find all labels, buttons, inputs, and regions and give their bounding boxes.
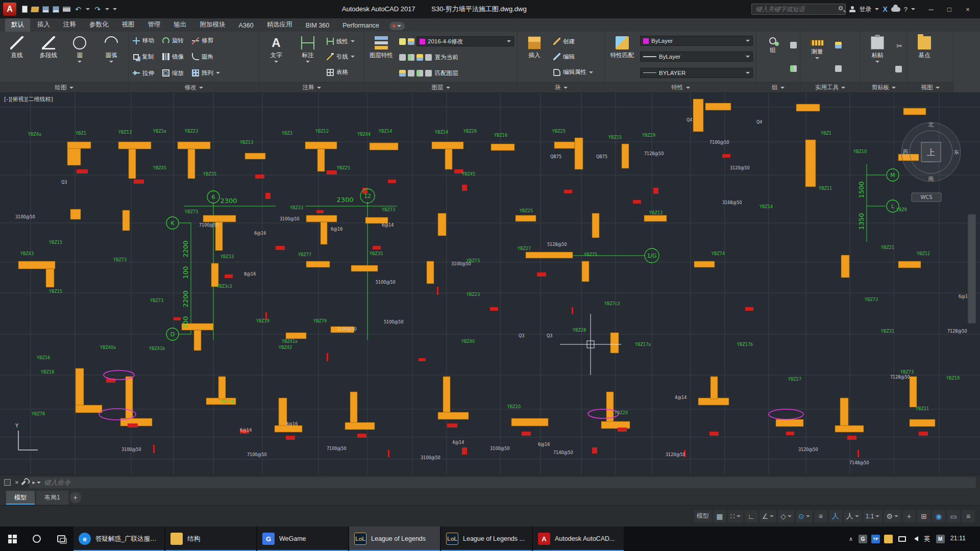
layer-on-icon[interactable] <box>399 38 406 45</box>
panel-group-footer[interactable]: 组 <box>756 82 800 92</box>
stretch-button[interactable]: 拉伸 <box>132 69 155 78</box>
cortana-search-button[interactable] <box>24 527 49 551</box>
ungroup-icon[interactable] <box>790 42 797 48</box>
ribbon-options-icon[interactable] <box>389 22 405 30</box>
annotation-visibility-icon[interactable]: 人 <box>829 510 842 522</box>
chevron-down-icon[interactable] <box>351 40 355 42</box>
panel-modify-footer[interactable]: 修改 <box>129 82 259 92</box>
help-icon[interactable]: ? <box>904 6 908 13</box>
polar-tracking-icon[interactable]: ∠ <box>760 510 777 522</box>
make-current-button[interactable]: 置为当前 <box>434 53 459 62</box>
mirror-button[interactable]: 镜像 <box>161 53 185 61</box>
paste-button[interactable]: 粘贴 <box>864 34 891 80</box>
fillet-button[interactable]: 圆角 <box>191 53 221 61</box>
quick-calc-icon[interactable] <box>835 65 842 72</box>
redo-icon[interactable]: ↷ <box>93 5 102 13</box>
network-icon[interactable] <box>898 536 906 542</box>
undo-flyout-icon[interactable] <box>86 8 90 10</box>
ribbon-tab-视图[interactable]: 视图 <box>116 18 141 32</box>
customize-icon[interactable] <box>21 479 27 485</box>
drawing-area[interactable]: YBZ4aYBZ1YBZ13YBZ3aYBZ23YBZ13YBZ3YBZ12YB… <box>0 93 980 474</box>
layer-lock-icon[interactable] <box>408 54 414 61</box>
layer-merge-icon[interactable] <box>399 70 406 77</box>
chevron-down-icon[interactable] <box>274 61 278 63</box>
a360-cloud-icon[interactable] <box>891 7 900 12</box>
ribbon-tab-BIM 360[interactable]: BIM 360 <box>300 20 336 32</box>
panel-draw-footer[interactable]: 绘图 <box>0 82 128 92</box>
polyline-button[interactable]: 多段线 <box>35 34 62 80</box>
viewport-controls[interactable]: [-][俯视][二维线框] <box>4 96 53 103</box>
chevron-down-icon[interactable] <box>78 61 82 63</box>
chevron-down-icon[interactable] <box>815 57 819 59</box>
ribbon-tab-精选应用[interactable]: 精选应用 <box>261 18 299 32</box>
edit-attributes-button[interactable]: 编辑属性 <box>552 68 594 77</box>
save-icon[interactable] <box>42 6 49 13</box>
taskbar-app-acad[interactable]: AAutodesk AutoCAD... <box>533 527 624 551</box>
ribbon-tab-默认[interactable]: 默认 <box>5 18 30 32</box>
scale-button[interactable]: 缩放 <box>161 69 185 78</box>
clock[interactable]: 21:11 <box>950 535 966 542</box>
command-input-field[interactable]: ▸ <box>29 477 976 488</box>
ribbon-tab-输出[interactable]: 输出 <box>168 18 193 32</box>
layer-walk-icon[interactable] <box>425 54 432 61</box>
taskbar-app-lol[interactable]: LoLLeague of Legends <box>349 527 440 551</box>
ribbon-tab-管理[interactable]: 管理 <box>142 18 167 32</box>
panel-view-footer[interactable]: 视图 <box>908 82 953 92</box>
start-button[interactable] <box>0 527 24 551</box>
move-button[interactable]: 移动 <box>132 36 155 45</box>
layout-tab-布局1[interactable]: 布局1 <box>36 491 68 505</box>
folder-tray-icon[interactable] <box>884 535 893 543</box>
gear-icon[interactable]: ⚙ <box>884 510 901 522</box>
layer-dropdown[interactable]: 2016-4-6修改 <box>416 36 514 46</box>
layer-state-icon[interactable] <box>425 70 432 77</box>
object-color-dropdown[interactable]: ByLayer <box>640 36 753 46</box>
ribbon-tab-插入[interactable]: 插入 <box>31 18 56 32</box>
dimension-button[interactable]: 标注 <box>294 34 322 80</box>
command-input[interactable] <box>44 479 972 486</box>
copy-button[interactable]: 复制 <box>132 53 155 61</box>
taskbar-app-lol[interactable]: LoLLeague of Legends ... <box>441 527 532 551</box>
chevron-down-icon[interactable] <box>216 72 220 74</box>
maximize-button[interactable]: □ <box>940 3 959 16</box>
panel-layers-footer[interactable]: 图层 <box>364 82 517 92</box>
taskbar-app-wegame[interactable]: GWeGame <box>257 527 348 551</box>
panel-annotate-footer[interactable]: 注释 <box>259 82 364 92</box>
match-layer-button[interactable]: 匹配图层 <box>434 69 459 78</box>
quick-select-icon[interactable] <box>835 42 842 48</box>
match-properties-button[interactable]: 特性匹配 <box>608 34 636 80</box>
open-file-icon[interactable] <box>31 7 39 12</box>
palette-strip[interactable] <box>968 214 976 323</box>
close-button[interactable]: × <box>959 3 977 16</box>
table-button[interactable]: 表格 <box>326 68 356 77</box>
line-button[interactable]: 直线 <box>3 34 31 80</box>
layer-previous-icon[interactable] <box>416 70 423 77</box>
plot-icon[interactable] <box>63 7 70 12</box>
layer-isolate-icon[interactable] <box>408 38 414 45</box>
minimize-button[interactable]: ─ <box>922 3 940 16</box>
annotation-scale-value[interactable]: 1:1 <box>863 510 883 522</box>
ime-mode-icon[interactable]: M <box>936 535 945 543</box>
command-window-icon[interactable] <box>4 479 11 486</box>
lineweight-dropdown[interactable]: ByLayer <box>640 52 753 62</box>
insert-block-button[interactable]: 插入 <box>521 34 548 80</box>
layer-delete-icon[interactable] <box>408 70 414 77</box>
exchange-apps-icon[interactable]: X <box>883 5 887 13</box>
volume-icon[interactable] <box>912 536 918 541</box>
taskbar-app-folder[interactable]: 结构 <box>165 527 256 551</box>
ribbon-tab-参数化[interactable]: 参数化 <box>83 18 115 32</box>
qat-customize-icon[interactable] <box>113 8 117 10</box>
chevron-down-icon[interactable] <box>589 71 593 73</box>
grid-icon[interactable]: ▦ <box>713 510 726 522</box>
new-file-icon[interactable] <box>22 6 28 13</box>
input-language-indicator[interactable]: 英 <box>924 535 930 543</box>
plus-icon[interactable]: + <box>902 510 916 522</box>
clean-screen-icon[interactable]: ▭ <box>947 510 960 522</box>
panel-properties-footer[interactable]: 特性 <box>605 82 756 92</box>
save-as-icon[interactable] <box>53 6 59 13</box>
arc-button[interactable]: 圆弧 <box>97 34 125 80</box>
status-menu-icon[interactable]: ≡ <box>962 510 975 522</box>
measure-button[interactable]: 测量 <box>803 34 831 80</box>
linetype-dropdown[interactable]: BYLAYER <box>640 68 753 78</box>
taskbar-app-browser-e[interactable]: e答疑解惑_广联达服务... <box>74 527 164 551</box>
login-button[interactable]: 登录 <box>859 5 871 14</box>
